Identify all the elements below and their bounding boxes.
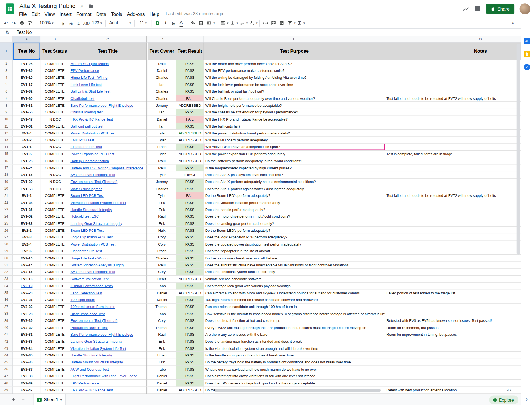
test-title-link[interactable]: Software Validation Test (70, 277, 108, 281)
cell-test-result[interactable]: PASS (176, 74, 204, 81)
cell-test-title[interactable]: Power Expansion PCB Test (69, 151, 146, 157)
cell-test-no[interactable]: EV2-31 (13, 331, 41, 338)
cell-test-purpose[interactable]: Run one release candidate unit through 1… (204, 303, 385, 310)
cell-test-purpose[interactable]: Will the power distribution board perfor… (204, 130, 385, 137)
cell-test-status[interactable]: IN DOC (40, 185, 69, 192)
cell-test-title[interactable]: Boom LED PCB Test (69, 227, 146, 234)
cell-test-status[interactable]: COMPLETE (40, 262, 69, 269)
cell-test-no[interactable]: EV2-3 (13, 234, 41, 241)
cell-test-title[interactable]: Flight Performance with Ring Lever Loose (69, 373, 146, 380)
zoom-select[interactable]: 100%▾ (38, 21, 55, 26)
cell-test-status[interactable]: COMPLETE (40, 192, 69, 199)
cell-test-owner[interactable]: Charles (148, 95, 176, 102)
cell-test-status[interactable]: COMPLETE (40, 296, 69, 303)
horizontal-align-icon[interactable] (219, 19, 227, 27)
cell-test-status[interactable]: COMPLETE (40, 137, 69, 144)
cell-notes[interactable] (385, 116, 521, 123)
cell-notes[interactable] (385, 137, 521, 144)
cell-notes[interactable] (385, 269, 521, 276)
cell-notes[interactable] (385, 255, 521, 262)
cell-test-owner[interactable]: Raul (148, 331, 176, 338)
cell-test-purpose[interactable]: Will the FPV performance make customers … (204, 67, 385, 74)
header-cell-test-owner[interactable]: Test Owner (148, 43, 176, 60)
text-rotation-icon[interactable] (248, 19, 256, 27)
cell-test-status[interactable]: COMPLETE (40, 60, 69, 67)
fill-handle[interactable] (39, 58, 40, 60)
cell-test-no[interactable]: EV1-31 (13, 102, 41, 109)
test-title-link[interactable]: System Level Electrical Test (70, 270, 115, 274)
cell-test-no[interactable]: EV2-38 (13, 373, 41, 380)
cell-test-no[interactable]: EV1-15 (13, 171, 41, 178)
cell-test-title[interactable]: Environmental Test (Thermal) (69, 178, 146, 185)
cell-notes[interactable] (385, 262, 521, 269)
cell-test-no[interactable]: EV2-1 (13, 227, 41, 234)
menu-insert[interactable]: Insert (57, 11, 74, 17)
row-number[interactable]: 8 (0, 102, 13, 109)
cell-test-purpose[interactable]: Does the Alta X pass system level electr… (204, 171, 385, 178)
test-title-link[interactable]: Hinge Life Test - Wiring (70, 256, 107, 260)
cell-test-title[interactable]: Software Validation Test (69, 276, 146, 282)
cell-test-no[interactable]: EV2-10 (13, 255, 41, 262)
cell-test-no[interactable]: EV1-35 (13, 206, 41, 213)
cell-test-title[interactable]: Land Detection Test (69, 289, 146, 296)
cell-test-purpose[interactable]: Do the Batteries perform adequately in r… (204, 157, 385, 164)
cell-notes[interactable] (385, 102, 521, 109)
cell-notes[interactable]: Retest with new production antenna locat… (385, 387, 521, 394)
cell-test-no[interactable]: EV1-53 (13, 185, 41, 192)
test-title-link[interactable]: Handle Structural Integrity (70, 207, 112, 212)
cell-test-owner[interactable]: Raul (148, 157, 176, 164)
cell-test-purpose[interactable]: Does footage look good with various payl… (204, 282, 385, 289)
cell-test-status[interactable]: COMPLETE (40, 248, 69, 255)
row-number[interactable]: 41 (0, 331, 13, 338)
corner-box[interactable] (0, 36, 13, 42)
chevron-down-icon[interactable]: ▾ (60, 398, 62, 401)
column-header-f[interactable]: F (204, 36, 385, 42)
test-title-link[interactable]: Flopdapter Life Test (70, 249, 102, 253)
cell-notes[interactable] (385, 185, 521, 192)
cell-notes[interactable] (385, 366, 521, 373)
cell-test-title[interactable]: Battery and ESC Wiring Compass Interefen… (69, 164, 146, 171)
cell-test-no[interactable]: EV2-6 (13, 248, 41, 255)
scroll-left-icon[interactable]: ◂ (507, 388, 508, 392)
cell-notes[interactable] (385, 157, 521, 164)
cell-test-title[interactable]: Boom LED PCB Test (69, 192, 146, 199)
cell-test-no[interactable]: EV1-10 (13, 74, 41, 81)
row-number[interactable]: 46 (0, 366, 13, 373)
cell-test-result[interactable]: PASS (176, 213, 204, 220)
cell-test-title[interactable]: Hinge Life Test - Wiring (69, 74, 146, 81)
row-number[interactable]: 43 (0, 345, 13, 352)
cell-test-owner[interactable]: Erik (148, 345, 176, 352)
cell-test-owner[interactable]: Daniel (148, 67, 176, 74)
cell-test-title[interactable]: Handle Structural Integrity (69, 352, 146, 359)
row-number[interactable]: 21 (0, 192, 13, 199)
cell-test-title[interactable]: System Level Electrical Test (69, 171, 146, 178)
cell-test-purpose[interactable]: Are there any aero issues with the baro (204, 331, 385, 338)
row-number[interactable]: 15 (0, 151, 13, 157)
cell-test-owner[interactable]: Tabb (148, 282, 176, 289)
activity-chart-icon[interactable] (462, 6, 469, 12)
cell-test-owner[interactable]: Cory (148, 241, 176, 248)
cell-test-no[interactable]: EV1-26 (13, 60, 41, 67)
row-number[interactable]: 5 (0, 81, 13, 88)
star-icon[interactable]: ☆ (80, 3, 84, 9)
cell-test-status[interactable]: COMPLETE (40, 88, 69, 95)
cell-test-purpose[interactable]: Will the motor and drive perform accepta… (204, 60, 385, 67)
merge-cells-icon[interactable] (205, 19, 213, 27)
cell-test-status[interactable]: COMPLETE (40, 276, 69, 282)
header-cell-test-no[interactable]: Test No (13, 43, 41, 60)
row-number[interactable]: 10 (0, 116, 13, 123)
cell-notes[interactable]: Room for improvement in tuning, but pass… (385, 331, 521, 338)
cell-test-owner[interactable]: Erik (148, 206, 176, 213)
cell-test-owner[interactable]: Daniel (148, 116, 176, 123)
cell-test-status[interactable]: COMPLETE (40, 220, 69, 227)
cell-test-result[interactable]: PASS (176, 331, 204, 338)
cell-test-result[interactable]: PASS (176, 262, 204, 269)
test-title-link[interactable]: Charliebolt test (70, 96, 94, 100)
test-title-link[interactable]: Environmental Test (Thermal) (70, 319, 117, 323)
cell-test-status[interactable]: COMPLETE (40, 373, 69, 380)
row-number[interactable]: 16 (0, 157, 13, 164)
cell-test-no[interactable]: EV1-47 (13, 116, 41, 123)
cell-test-no[interactable]: EV1-29 (13, 178, 41, 185)
test-title-link[interactable]: Environmental Test (Thermal) (70, 180, 117, 184)
cell-notes[interactable] (385, 241, 521, 248)
